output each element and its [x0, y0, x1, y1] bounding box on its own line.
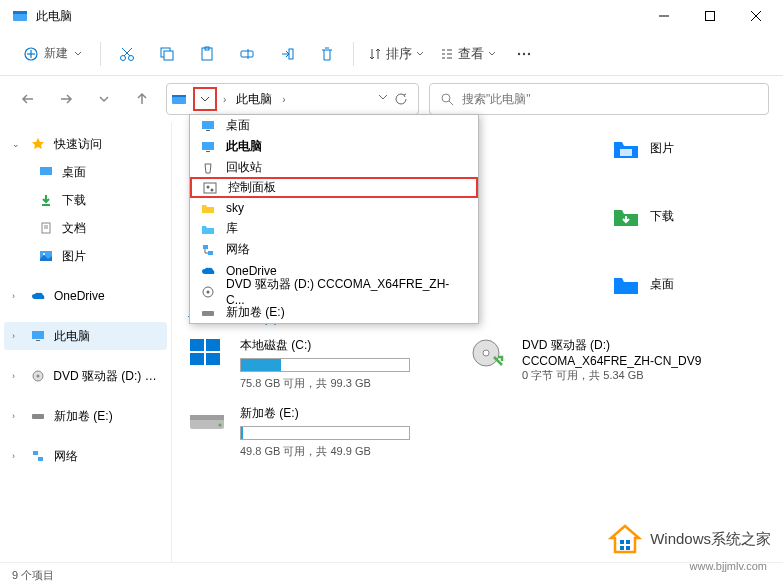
minimize-button[interactable] — [641, 0, 687, 32]
separator — [353, 42, 354, 66]
arrow-up-icon — [135, 92, 149, 106]
chevron-down-icon[interactable] — [378, 92, 388, 102]
arrow-left-icon — [21, 92, 35, 106]
drive-stat: 75.8 GB 可用，共 99.3 GB — [240, 376, 410, 391]
search-input[interactable] — [462, 92, 758, 106]
sidebar-item-network[interactable]: ›网络 — [4, 442, 167, 470]
refresh-icon[interactable] — [394, 92, 408, 106]
svg-point-43 — [211, 312, 213, 314]
sidebar-item-desktop[interactable]: 桌面 — [4, 158, 167, 186]
monitor-icon — [30, 328, 46, 344]
dropdown-item-recycle[interactable]: 回收站 — [190, 157, 478, 178]
forward-button[interactable] — [52, 85, 80, 113]
svg-rect-70 — [626, 540, 630, 544]
rename-icon — [239, 46, 255, 62]
network-icon — [30, 448, 46, 464]
clipboard-icon — [199, 46, 215, 62]
status-text: 9 个项目 — [12, 568, 54, 583]
panel-icon — [202, 180, 218, 196]
drive-item-e[interactable]: 新加卷 (E:) 49.8 GB 可用，共 49.9 GB — [188, 405, 410, 459]
view-button[interactable]: 查看 — [434, 36, 502, 72]
library-label: 桌面 — [650, 276, 674, 293]
dropdown-item-desktop[interactable]: 桌面 — [190, 115, 478, 136]
close-button[interactable] — [733, 0, 779, 32]
sidebar-item-dvd[interactable]: ›DVD 驱动器 (D:) CC — [4, 362, 167, 390]
more-button[interactable] — [506, 36, 542, 72]
window-title: 此电脑 — [36, 8, 641, 25]
drive-stat: 49.8 GB 可用，共 49.9 GB — [240, 444, 410, 459]
disc-icon — [30, 368, 46, 384]
sidebar-item-quick[interactable]: ⌄快速访问 — [4, 130, 167, 158]
copy-icon — [159, 46, 175, 62]
back-button[interactable] — [14, 85, 42, 113]
sidebar-label: OneDrive — [54, 289, 105, 303]
dropdown-item-control-panel[interactable]: 控制面板 — [190, 177, 478, 198]
breadcrumb[interactable]: 此电脑 — [232, 91, 276, 108]
svg-rect-35 — [204, 183, 216, 193]
svg-rect-31 — [202, 121, 214, 129]
svg-rect-62 — [190, 353, 204, 365]
delete-button[interactable] — [309, 36, 345, 72]
sidebar-item-pictures[interactable]: 图片 — [4, 242, 167, 270]
chevron-right-icon: › — [12, 411, 22, 421]
svg-rect-58 — [38, 457, 43, 461]
cut-button[interactable] — [109, 36, 145, 72]
svg-rect-3 — [706, 12, 715, 21]
svg-point-51 — [43, 253, 45, 255]
folder-icon — [612, 202, 640, 230]
rename-button[interactable] — [229, 36, 265, 72]
search-bar[interactable] — [429, 83, 769, 115]
drive-icon — [200, 305, 216, 321]
chevron-right-icon: › — [12, 451, 22, 461]
svg-rect-46 — [40, 167, 52, 175]
svg-point-66 — [219, 424, 222, 427]
sidebar-item-downloads[interactable]: 下载 — [4, 186, 167, 214]
library-item-downloads[interactable]: 下载 — [612, 202, 674, 230]
paste-button[interactable] — [189, 36, 225, 72]
dropdown-item-network[interactable]: 网络 — [190, 239, 478, 260]
dropdown-item-dvd[interactable]: DVD 驱动器 (D:) CCCOMA_X64FRE_ZH-C... — [190, 281, 478, 302]
maximize-button[interactable] — [687, 0, 733, 32]
svg-point-10 — [129, 55, 134, 60]
dropdown-label: 桌面 — [226, 117, 250, 134]
sidebar-item-thispc[interactable]: ›此电脑 — [4, 322, 167, 350]
dropdown-label: 控制面板 — [228, 179, 276, 196]
dropdown-item-libraries[interactable]: 库 — [190, 218, 478, 239]
share-button[interactable] — [269, 36, 305, 72]
svg-rect-69 — [620, 540, 624, 544]
folder-icon — [612, 270, 640, 298]
sidebar-label: 文档 — [62, 220, 86, 237]
up-button[interactable] — [128, 85, 156, 113]
svg-point-55 — [36, 375, 39, 378]
sidebar-item-onedrive[interactable]: ›OneDrive — [4, 282, 167, 310]
library-item-desktop[interactable]: 桌面 — [612, 270, 674, 298]
address-bar[interactable]: › 此电脑 › 桌面 此电脑 回收站 控制面板 sky 库 网络 OneDriv… — [166, 83, 419, 115]
library-item-pictures[interactable]: 图片 — [612, 134, 674, 162]
recent-button[interactable] — [90, 85, 118, 113]
new-label: 新建 — [44, 45, 68, 62]
sidebar-item-newvol[interactable]: ›新加卷 (E:) — [4, 402, 167, 430]
sort-button[interactable]: 排序 — [362, 36, 430, 72]
svg-rect-1 — [13, 11, 27, 14]
folder-icon — [612, 134, 640, 162]
dropdown-item-sky[interactable]: sky — [190, 197, 478, 218]
sidebar-item-documents[interactable]: 文档 — [4, 214, 167, 242]
svg-point-27 — [523, 52, 525, 54]
drive-item-c[interactable]: 本地磁盘 (C:) 75.8 GB 可用，共 99.3 GB — [188, 337, 410, 391]
dropdown-item-thispc[interactable]: 此电脑 — [190, 136, 478, 157]
new-button[interactable]: 新建 — [14, 36, 92, 72]
chevron-down-icon — [74, 50, 82, 58]
folder-icon — [200, 200, 216, 216]
address-dropdown: 桌面 此电脑 回收站 控制面板 sky 库 网络 OneDrive DVD 驱动… — [189, 114, 479, 324]
address-dropdown-button[interactable] — [193, 87, 217, 111]
svg-rect-33 — [202, 142, 214, 150]
cloud-icon — [30, 288, 46, 304]
copy-button[interactable] — [149, 36, 185, 72]
addr-icon — [171, 91, 187, 107]
svg-point-37 — [211, 188, 214, 191]
svg-rect-30 — [172, 95, 186, 97]
drive-item-dvd[interactable]: DVD 驱动器 (D:) CCCOMA_X64FRE_ZH-CN_DV9 0 字… — [470, 337, 701, 383]
monitor-icon — [38, 164, 54, 180]
chevron-right-icon: › — [12, 331, 22, 341]
dropdown-label: 网络 — [226, 241, 250, 258]
